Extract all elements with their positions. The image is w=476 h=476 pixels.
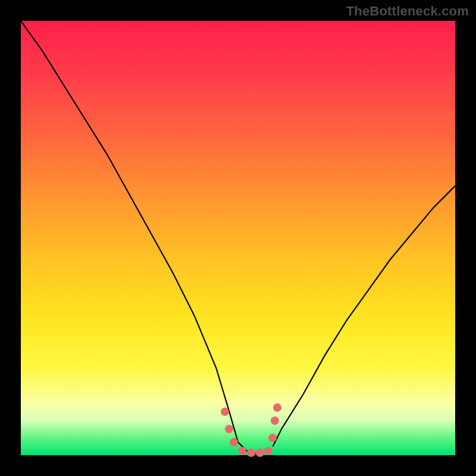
sweet-spot-dot bbox=[256, 449, 264, 457]
sweet-spot-dot bbox=[247, 449, 255, 457]
sweet-spot-dot bbox=[225, 425, 233, 433]
bottleneck-curve bbox=[21, 21, 455, 455]
sweet-spot-dot bbox=[273, 403, 281, 412]
plot-area bbox=[21, 21, 455, 455]
watermark-text: TheBottleneck.com bbox=[346, 4, 469, 19]
sweet-spot-dot bbox=[238, 447, 246, 455]
sweet-spot-dot bbox=[221, 408, 229, 416]
sweet-spot-dot bbox=[271, 416, 279, 425]
sweet-spot-dot bbox=[230, 438, 238, 446]
sweet-spot-dot bbox=[264, 447, 273, 455]
chart-frame: TheBottleneck.com bbox=[0, 0, 476, 476]
sweet-spot-dot bbox=[268, 434, 277, 442]
